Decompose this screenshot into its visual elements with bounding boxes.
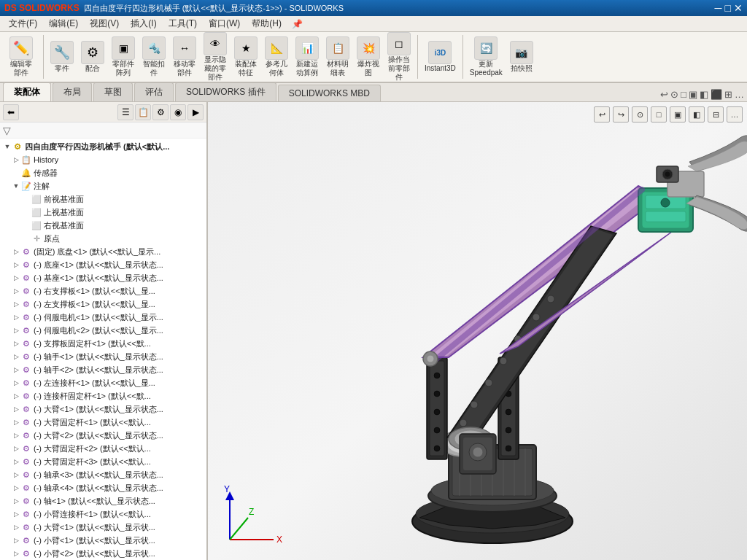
tree-tb-config[interactable]: ⚙	[152, 104, 169, 120]
reference-geometry-button[interactable]: 📐 参考几何体	[262, 35, 291, 79]
tree-item-big-arm-b[interactable]: ▷ ⚙ (-) 大臂<1> (默认<<默认_显示状...	[1, 521, 205, 534]
tree-item-shaft-small[interactable]: ▷ ⚙ (-) 轴<1> (默认<<默认_显示状态...	[1, 494, 205, 508]
tree-item-left-support[interactable]: ▷ ⚙ (-) 左支撑板<1> (默认<<默认_显...	[1, 298, 205, 311]
vp-btn-redo[interactable]: ↪	[613, 106, 629, 122]
tree-item-shaft2[interactable]: ▷ ⚙ (-) 轴手<2> (默认<<默认_显示状态...	[1, 363, 205, 376]
vp-btn-more[interactable]: …	[727, 106, 743, 122]
right-support-label: (-) 右支撑板<1> (默认<<默认_显...	[34, 286, 155, 297]
tree-tb-prop[interactable]: 📋	[135, 104, 151, 120]
vp-btn-view1[interactable]: ⊙	[632, 106, 648, 122]
tree-item-shaft1[interactable]: ▷ ⚙ (-) 轴手<1> (默认<<默认_显示状态...	[1, 350, 205, 363]
vp-btn-view4[interactable]: ◧	[689, 106, 705, 122]
smart-fasteners-button[interactable]: 🔩 智能扣件	[139, 35, 169, 79]
root-assembly-icon: ⚙	[12, 141, 23, 152]
vp-btn-view5[interactable]: ⊟	[708, 106, 724, 122]
tree-item-sensors[interactable]: 🔔 传感器	[1, 166, 205, 179]
vp-ctrl-2[interactable]: ⊙	[670, 89, 678, 100]
tab-sw-plugins[interactable]: SOLIDWORKS 插件	[175, 82, 276, 101]
tree-item-bearing4[interactable]: ▷ ⚙ (-) 轴承<4> (默认<<默认_显示状态...	[1, 481, 205, 494]
tree-tb-collapse[interactable]: ⬅	[3, 104, 19, 120]
vp-btn-view2[interactable]: □	[651, 106, 667, 122]
main-area: ⬅ ☰ 📋 ⚙ ◉ ▶ ▽ ▼ ⚙ 四自由度平行四边形机械手 (默认<默认...	[0, 102, 747, 560]
tree-tb-list[interactable]: ☰	[117, 104, 133, 120]
tab-evaluate[interactable]: 评估	[134, 82, 174, 101]
explode-view-button[interactable]: 💥 爆炸视图	[354, 35, 383, 79]
tree-item-big-arm-fix1[interactable]: ▷ ⚙ (-) 大臂固定杆<1> (默认<<默认...	[1, 416, 205, 429]
move-component-button[interactable]: ↔ 移动零部件	[170, 35, 199, 79]
tab-layout[interactable]: 布局	[53, 82, 92, 101]
menu-edit[interactable]: 编辑(E)	[43, 16, 84, 31]
tree-item-base2[interactable]: ▷ ⚙ (-) 基座<1> (默认<<默认_显示状态...	[1, 271, 205, 284]
shaft2-icon: ⚙	[20, 364, 32, 376]
menu-tools[interactable]: 工具(T)	[163, 16, 203, 31]
tree-item-support-fix[interactable]: ▷ ⚙ (-) 支撑板固定杆<1> (默认<<默...	[1, 337, 205, 350]
tree-tb-display[interactable]: ◉	[170, 104, 186, 120]
tree-item-notes[interactable]: ▼ 📝 注解	[1, 179, 205, 192]
bearing3-label: (-) 轴承<3> (默认<<默认_显示状态...	[34, 470, 163, 481]
vp-btn-view3[interactable]: ▣	[670, 106, 686, 122]
svg-point-22	[434, 409, 440, 415]
vp-ctrl-1[interactable]: ↩	[660, 89, 668, 100]
snapshot-button[interactable]: 📷 拍快照	[507, 39, 536, 74]
edit-component-button[interactable]: ✏️ 编辑零部件	[8, 35, 34, 79]
instant3d-button[interactable]: i3D Instant3D	[422, 39, 459, 74]
new-motion-study-button[interactable]: 📊 新建运动算例	[293, 35, 322, 79]
feature-tree-content[interactable]: ▼ ⚙ 四自由度平行四边形机械手 (默认<默认... ▷ 📋 History 🔔…	[0, 139, 206, 560]
vp-ctrl-5[interactable]: ◧	[700, 89, 708, 100]
update-speedpak-button[interactable]: 🔄 更新Speedpak	[467, 35, 506, 79]
tab-sketch[interactable]: 草图	[93, 82, 133, 101]
tree-item-base-plate[interactable]: ▷ ⚙ (固定) 底盘<1> (默认<<默认_显示...	[1, 245, 205, 258]
3d-viewport[interactable]: Y X Z ↩ ↪ ⊙ □ ▣ ◧ ⊟ …	[208, 102, 747, 560]
tree-item-motor-base[interactable]: ▷ ⚙ (-) 底座<1> (默认<<默认_显示状态...	[1, 258, 205, 271]
tree-item-right-support[interactable]: ▷ ⚙ (-) 右支撑板<1> (默认<<默认_显...	[1, 284, 205, 298]
tree-item-big-arm2[interactable]: ▷ ⚙ (-) 大臂<2> (默认<<默认_显示状态...	[1, 429, 205, 442]
vp-ctrl-6[interactable]: ⬛	[711, 89, 722, 100]
current-component-button[interactable]: ◻ 操作当前零部件	[384, 32, 414, 83]
toolbar-divider-3	[462, 35, 463, 79]
vp-ctrl-7[interactable]: ⊞	[724, 89, 732, 100]
maximize-button[interactable]: □	[725, 2, 731, 14]
tree-item-rod-fix[interactable]: ▷ ⚙ (-) 连接杆固定杆<1> (默认<<默...	[1, 389, 205, 402]
tree-item-small-arm1[interactable]: ▷ ⚙ (-) 小臂<1> (默认<<默认_显示状...	[1, 534, 205, 547]
tree-item-small-arm-conn[interactable]: ▷ ⚙ (-) 小臂连接杆<1> (默认<<默认...	[1, 508, 205, 521]
tree-item-bearing3[interactable]: ▷ ⚙ (-) 轴承<3> (默认<<默认_显示状态...	[1, 468, 205, 481]
tree-item-origin[interactable]: ✛ 原点	[1, 232, 205, 245]
tree-item-right-plane[interactable]: ⬜ 右视基准面	[1, 219, 205, 232]
shaft-small-expand: ▷	[12, 497, 20, 505]
mate-button[interactable]: ⚙ 配合	[78, 39, 107, 74]
show-hidden-button[interactable]: 👁 显示隐藏的零部件	[201, 32, 230, 83]
tree-item-history[interactable]: ▷ 📋 History	[1, 153, 205, 166]
vp-ctrl-4[interactable]: ▣	[689, 89, 697, 100]
vp-ctrl-3[interactable]: □	[681, 89, 686, 100]
menu-window[interactable]: 窗口(W)	[203, 16, 246, 31]
assembly-feature-button[interactable]: ★ 装配体特征	[231, 35, 260, 79]
bom-button[interactable]: 📋 材料明细表	[323, 35, 352, 79]
tree-item-motor1[interactable]: ▷ ⚙ (-) 伺服电机<1> (默认<<默认_显示...	[1, 311, 205, 324]
tree-item-motor2[interactable]: ▷ ⚙ (-) 伺服电机<2> (默认<<默认_显示...	[1, 324, 205, 337]
vp-btn-undo[interactable]: ↩	[594, 106, 610, 122]
tab-sw-mbd[interactable]: SOLIDWORKS MBD	[278, 85, 381, 101]
titlebar-controls[interactable]: ─ □ ✕	[715, 2, 743, 14]
tree-tb-more[interactable]: ▶	[187, 104, 204, 120]
menu-insert[interactable]: 插入(I)	[125, 16, 162, 31]
shaft2-label: (-) 轴手<2> (默认<<默认_显示状态...	[34, 365, 163, 376]
tree-item-left-rod[interactable]: ▷ ⚙ (-) 左连接杆<1> (默认<<默认_显...	[1, 376, 205, 389]
menu-pin[interactable]: 📌	[292, 19, 303, 29]
tree-item-top-plane[interactable]: ⬜ 上视基准面	[1, 206, 205, 219]
part-button[interactable]: 🔧 零件	[47, 39, 77, 74]
menu-help[interactable]: 帮助(H)	[246, 16, 287, 31]
svg-text:Y: Y	[224, 484, 230, 494]
tree-item-big-arm-fix2[interactable]: ▷ ⚙ (-) 大臂固定杆<2> (默认<<默认...	[1, 442, 205, 455]
vp-ctrl-8[interactable]: …	[735, 89, 744, 100]
menu-file[interactable]: 文件(F)	[3, 16, 43, 31]
tree-item-big-arm-fix3[interactable]: ▷ ⚙ (-) 大臂固定杆<3> (默认<<默认...	[1, 455, 205, 468]
tab-assembly[interactable]: 装配体	[3, 82, 51, 101]
component-pattern-button[interactable]: ▣ 零部件阵列	[109, 35, 138, 79]
menu-view[interactable]: 视图(V)	[84, 16, 125, 31]
close-button[interactable]: ✕	[734, 2, 743, 14]
tree-item-small-arm2[interactable]: ▷ ⚙ (-) 小臂<2> (默认<<默认_显示状...	[1, 547, 205, 560]
tree-item-big-arm1[interactable]: ▷ ⚙ (-) 大臂<1> (默认<<默认_显示状态...	[1, 402, 205, 416]
minimize-button[interactable]: ─	[715, 2, 722, 14]
tree-item-front-plane[interactable]: ⬜ 前视基准面	[1, 192, 205, 206]
tree-root-item[interactable]: ▼ ⚙ 四自由度平行四边形机械手 (默认<默认...	[1, 140, 205, 153]
